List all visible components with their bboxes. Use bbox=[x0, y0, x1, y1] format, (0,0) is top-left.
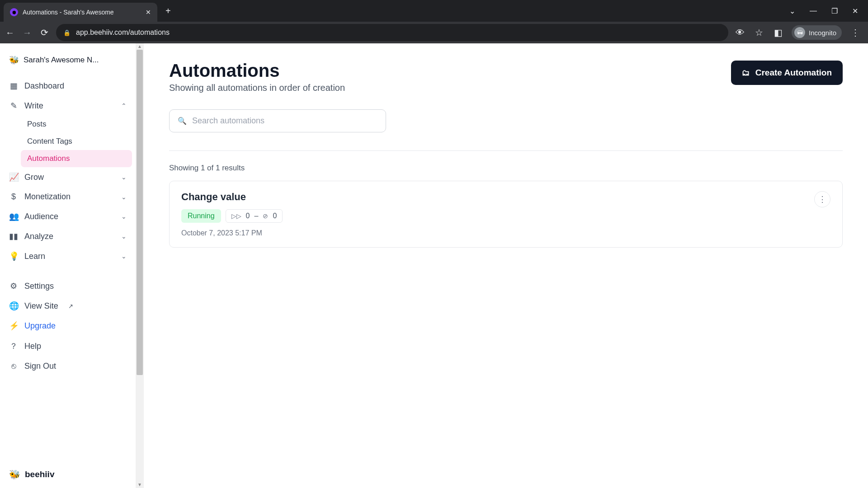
brand-footer: 🐝 beehiiv bbox=[4, 459, 132, 480]
incognito-label: Incognito bbox=[809, 29, 836, 37]
nav-label: Settings bbox=[24, 282, 54, 291]
scroll-down-icon[interactable]: ▼ bbox=[136, 482, 144, 488]
create-button-label: Create Automation bbox=[755, 68, 832, 78]
status-badge: Running bbox=[181, 209, 221, 223]
sidebar-scrollbar[interactable]: ▲ ▼ bbox=[136, 43, 144, 488]
main-content: Automations Showing all automations in o… bbox=[144, 43, 868, 488]
tracking-icon[interactable]: 👁 bbox=[735, 28, 745, 38]
browser-tab-strip: ⬢ Automations - Sarah's Awesome ✕ + ⌄ ― … bbox=[0, 0, 868, 22]
divider bbox=[169, 150, 843, 151]
check-circle-icon: ⊘ bbox=[263, 212, 268, 220]
bookmark-icon[interactable]: ☆ bbox=[754, 27, 764, 38]
sidebar-item-audience[interactable]: 👥 Audience ⌄ bbox=[4, 206, 132, 226]
run-count: 0 bbox=[246, 212, 250, 220]
sidebar-item-posts[interactable]: Posts bbox=[21, 116, 132, 133]
nav-label: Learn bbox=[24, 252, 45, 261]
scroll-up-icon[interactable]: ▲ bbox=[136, 43, 144, 50]
trend-icon: 📈 bbox=[9, 172, 18, 182]
forward-icon: ▷▷ bbox=[231, 212, 241, 220]
reload-icon[interactable]: ⟳ bbox=[39, 27, 50, 38]
tab-title: Automations - Sarah's Awesome bbox=[23, 9, 141, 16]
favicon-icon: ⬢ bbox=[10, 8, 18, 16]
create-automation-button[interactable]: 🗂 Create Automation bbox=[731, 61, 843, 85]
chevron-down-icon: ⌄ bbox=[121, 193, 127, 201]
sidebar-item-analyze[interactable]: ▮▮ Analyze ⌄ bbox=[4, 226, 132, 246]
dollar-icon: $ bbox=[9, 192, 18, 202]
more-button[interactable]: ⋮ bbox=[814, 191, 830, 207]
menu-icon[interactable]: ⋮ bbox=[850, 27, 861, 38]
sidebar-item-dashboard[interactable]: ▦ Dashboard bbox=[4, 76, 132, 96]
done-count: 0 bbox=[273, 212, 277, 220]
maximize-icon[interactable]: ❐ bbox=[831, 7, 838, 15]
bars-icon: ▮▮ bbox=[9, 231, 18, 241]
nav-label: View Site bbox=[24, 301, 58, 311]
nav-label: Monetization bbox=[24, 192, 71, 202]
sidebar: 🐝 Sarah's Awesome N... ▦ Dashboard ✎ Wri… bbox=[0, 43, 136, 488]
tab-dropdown-icon[interactable]: ⌄ bbox=[789, 7, 795, 15]
count-separator: – bbox=[255, 212, 259, 220]
lock-icon: 🔒 bbox=[63, 29, 71, 36]
nav-label: Write bbox=[24, 101, 43, 111]
search-input[interactable] bbox=[192, 116, 377, 126]
forward-icon[interactable]: → bbox=[22, 28, 33, 38]
chevron-down-icon: ⌄ bbox=[121, 233, 127, 240]
automation-card[interactable]: Change value Running ▷▷ 0 – ⊘ 0 October … bbox=[169, 181, 843, 248]
brand-name: beehiiv bbox=[25, 469, 54, 479]
grid-icon: ▦ bbox=[9, 81, 18, 91]
sidebar-item-monetization[interactable]: $ Monetization ⌄ bbox=[4, 187, 132, 206]
sidebar-item-write[interactable]: ✎ Write ⌃ bbox=[4, 96, 132, 116]
chevron-down-icon: ⌄ bbox=[121, 253, 127, 260]
nav-label: Sign Out bbox=[24, 361, 56, 371]
nav-label: Upgrade bbox=[24, 321, 56, 331]
scroll-thumb[interactable] bbox=[137, 50, 143, 375]
automation-date: October 7, 2023 5:17 PM bbox=[181, 229, 283, 237]
nav-label: Help bbox=[24, 342, 41, 351]
sidebar-item-automations[interactable]: Automations bbox=[21, 150, 132, 167]
briefcase-icon: 🗂 bbox=[742, 68, 750, 78]
close-tab-icon[interactable]: ✕ bbox=[146, 9, 151, 16]
window-controls: ⌄ ― ❐ ✕ bbox=[789, 7, 868, 15]
workspace-icon: 🐝 bbox=[9, 55, 19, 65]
minimize-icon[interactable]: ― bbox=[810, 7, 817, 15]
back-icon[interactable]: ← bbox=[5, 28, 15, 38]
new-tab-button[interactable]: + bbox=[165, 6, 171, 16]
panel-icon[interactable]: ◧ bbox=[773, 27, 783, 38]
bulb-icon: 💡 bbox=[9, 251, 18, 261]
incognito-icon: 🕶 bbox=[794, 27, 805, 38]
browser-tab[interactable]: ⬢ Automations - Sarah's Awesome ✕ bbox=[4, 3, 157, 22]
search-icon: 🔍 bbox=[178, 117, 187, 125]
chevron-up-icon: ⌃ bbox=[121, 102, 127, 109]
automation-counts: ▷▷ 0 – ⊘ 0 bbox=[226, 209, 283, 223]
browser-toolbar: ← → ⟳ 🔒 app.beehiiv.com/automations 👁 ☆ … bbox=[0, 22, 868, 43]
incognito-badge[interactable]: 🕶 Incognito bbox=[792, 25, 842, 40]
users-icon: 👥 bbox=[9, 211, 18, 221]
nav-label: Dashboard bbox=[24, 81, 64, 91]
nav-label: Analyze bbox=[24, 232, 53, 241]
workspace-switcher[interactable]: 🐝 Sarah's Awesome N... bbox=[4, 52, 132, 69]
sidebar-item-sign-out[interactable]: ⎋ Sign Out bbox=[4, 357, 132, 376]
window-close-icon[interactable]: ✕ bbox=[852, 7, 858, 15]
dots-vertical-icon: ⋮ bbox=[818, 194, 826, 204]
url-text: app.beehiiv.com/automations bbox=[76, 28, 170, 37]
sidebar-item-view-site[interactable]: 🌐 View Site ↗ bbox=[4, 296, 132, 316]
gear-icon: ⚙ bbox=[9, 281, 18, 291]
globe-icon: 🌐 bbox=[9, 301, 18, 311]
url-bar[interactable]: 🔒 app.beehiiv.com/automations bbox=[56, 24, 728, 41]
sidebar-item-settings[interactable]: ⚙ Settings bbox=[4, 276, 132, 296]
sidebar-item-content-tags[interactable]: Content Tags bbox=[21, 133, 132, 150]
signout-icon: ⎋ bbox=[9, 361, 18, 371]
nav-label: Audience bbox=[24, 212, 58, 221]
external-link-icon: ↗ bbox=[66, 303, 75, 310]
page-subtitle: Showing all automations in order of crea… bbox=[169, 83, 345, 93]
chevron-down-icon: ⌄ bbox=[121, 174, 127, 181]
sidebar-item-upgrade[interactable]: ⚡ Upgrade bbox=[4, 316, 132, 336]
sidebar-item-help[interactable]: ？ Help bbox=[4, 336, 132, 357]
nav-label: Grow bbox=[24, 173, 44, 182]
pencil-icon: ✎ bbox=[9, 101, 18, 111]
chevron-down-icon: ⌄ bbox=[121, 213, 127, 220]
automation-name: Change value bbox=[181, 191, 283, 203]
page-title: Automations bbox=[169, 61, 345, 81]
search-box[interactable]: 🔍 bbox=[169, 109, 386, 132]
sidebar-item-grow[interactable]: 📈 Grow ⌄ bbox=[4, 167, 132, 187]
sidebar-item-learn[interactable]: 💡 Learn ⌄ bbox=[4, 246, 132, 266]
